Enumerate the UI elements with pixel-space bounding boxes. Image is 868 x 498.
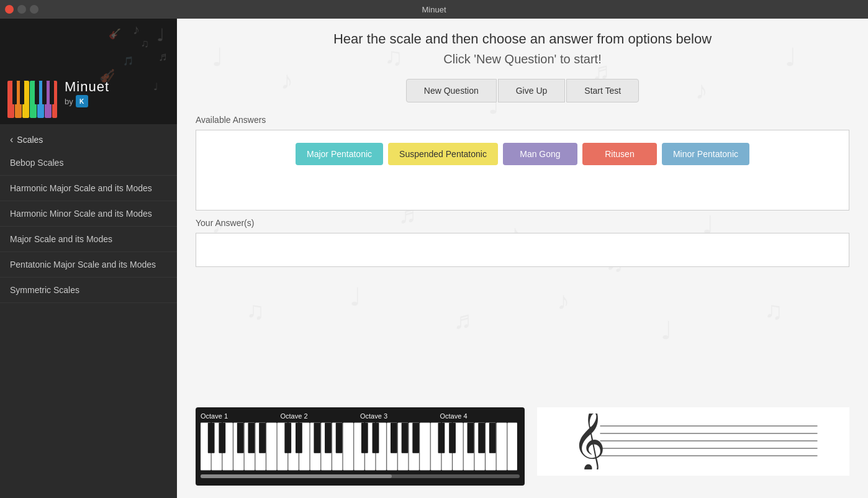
svg-rect-53 (391, 423, 397, 453)
octave-labels: Octave 1 Octave 2 Octave 3 Octave 4 (201, 412, 520, 420)
sidebar: ♩ ♪ ♫ 🎸 ♬ 🎵 🎻 ♩ (0, 19, 177, 498)
window-title: Minuet (422, 5, 446, 14)
kde-logo: K (76, 95, 88, 107)
app-logo (7, 68, 57, 118)
svg-rect-58 (468, 423, 474, 453)
staff-container: 𝄞 (537, 407, 849, 476)
answer-suspended-pentatonic[interactable]: Suspended Pentatonic (388, 143, 498, 165)
octave-3-label: Octave 3 (360, 412, 440, 420)
svg-rect-51 (361, 423, 368, 453)
piano-scrollbar[interactable] (201, 474, 520, 478)
sidebar-item-harmonic-minor[interactable]: Harmonic Minor Scale and its Modes (0, 201, 177, 227)
svg-text:𝄞: 𝄞 (572, 414, 605, 469)
titlebar: Minuet (0, 0, 868, 19)
svg-rect-59 (478, 423, 485, 453)
piano-keys[interactable] (201, 422, 517, 472)
octave-4-label: Octave 4 (440, 412, 520, 420)
sidebar-item-major[interactable]: Major Scale and its Modes (0, 227, 177, 252)
give-up-button[interactable]: Give Up (498, 79, 566, 102)
sidebar-header: ♩ ♪ ♫ 🎸 ♬ 🎵 🎻 ♩ (0, 19, 177, 124)
logo-area: Minuet by K (0, 62, 177, 124)
svg-rect-50 (336, 423, 343, 453)
svg-rect-11 (50, 81, 54, 104)
close-button[interactable] (5, 5, 14, 14)
octave-1-label: Octave 1 (201, 412, 281, 420)
svg-rect-57 (449, 423, 456, 453)
staff-svg: 𝄞 (543, 414, 843, 469)
svg-rect-39 (497, 423, 507, 471)
octave-2-label: Octave 2 (281, 412, 361, 420)
svg-rect-25 (343, 423, 354, 471)
svg-rect-44 (248, 423, 255, 453)
prompt-main: Hear the scale and then choose an answer… (196, 31, 849, 47)
svg-rect-47 (296, 423, 302, 453)
sidebar-item-bebop[interactable]: Bebop Scales (0, 150, 177, 176)
svg-rect-42 (219, 423, 225, 453)
svg-rect-32 (420, 423, 430, 471)
svg-rect-55 (412, 423, 419, 453)
svg-rect-8 (20, 81, 24, 104)
svg-rect-46 (284, 423, 291, 453)
action-buttons: New Question Give Up Start Test (196, 79, 849, 102)
svg-rect-45 (259, 423, 266, 453)
your-answers-label: Your Answer(s) (196, 218, 849, 228)
window-controls (5, 5, 38, 14)
svg-rect-9 (35, 81, 39, 104)
answers-box: Major Pentatonic Suspended Pentatonic Ma… (196, 130, 849, 211)
prompt-section: Hear the scale and then choose an answer… (196, 31, 849, 66)
svg-rect-10 (42, 81, 47, 104)
answer-man-gong[interactable]: Man Gong (503, 143, 577, 165)
svg-rect-43 (237, 423, 244, 453)
sidebar-item-symmetric[interactable]: Symmetric Scales (0, 278, 177, 303)
svg-rect-54 (402, 423, 409, 453)
svg-rect-41 (208, 423, 215, 453)
content-area: Hear the scale and then choose an answer… (177, 19, 868, 498)
sidebar-nav: ‹ Scales Bebop Scales Harmonic Major Sca… (0, 124, 177, 308)
minimize-button[interactable] (17, 5, 26, 14)
svg-rect-49 (325, 423, 332, 453)
svg-rect-7 (12, 81, 17, 104)
answer-ritusen[interactable]: Ritusen (582, 143, 657, 165)
svg-rect-40 (507, 423, 517, 471)
answer-minor-pentatonic[interactable]: Minor Pentatonic (662, 143, 749, 165)
svg-rect-18 (266, 423, 277, 471)
your-answers-box (196, 233, 849, 267)
app-name: Minuet (65, 79, 109, 95)
piano-section: Octave 1 Octave 2 Octave 3 Octave 4 (196, 407, 849, 486)
available-answers-section: Available Answers Major Pentatonic Suspe… (196, 115, 849, 211)
new-question-button[interactable]: New Question (406, 79, 497, 102)
your-answers-section: Your Answer(s) (196, 218, 849, 267)
prompt-sub: Click 'New Question' to start! (196, 52, 849, 66)
svg-rect-48 (314, 423, 320, 453)
available-answers-label: Available Answers (196, 115, 849, 125)
sidebar-item-pentatonic[interactable]: Pentatonic Major Scale and its Modes (0, 252, 177, 278)
sidebar-by: by K (65, 95, 109, 107)
app-body: ♩ ♪ ♫ 🎸 ♬ 🎵 🎻 ♩ (0, 19, 868, 498)
svg-rect-52 (373, 423, 379, 453)
piano-scrollbar-thumb (201, 474, 392, 478)
answer-major-pentatonic[interactable]: Major Pentatonic (296, 143, 383, 165)
svg-rect-60 (489, 423, 496, 453)
start-test-button[interactable]: Start Test (566, 79, 639, 102)
piano-container: Octave 1 Octave 2 Octave 3 Octave 4 (196, 407, 525, 486)
main-content: ♩ ♪ ♫ ♩ ♬ ♪ ♩ ♬ ♩ ♪ ♫ ♩ ♬ ♪ ♩ ♬ ♪ ♫ ♩ ♪ … (177, 19, 868, 498)
sidebar-title: Minuet by K (65, 79, 109, 107)
sidebar-item-harmonic-major[interactable]: Harmonic Major Scale and its Modes (0, 176, 177, 201)
section-label: Scales (17, 135, 43, 145)
maximize-button[interactable] (30, 5, 38, 14)
svg-rect-56 (438, 423, 445, 453)
sidebar-back[interactable]: ‹ Scales (0, 129, 177, 150)
back-arrow-icon: ‹ (10, 134, 13, 145)
